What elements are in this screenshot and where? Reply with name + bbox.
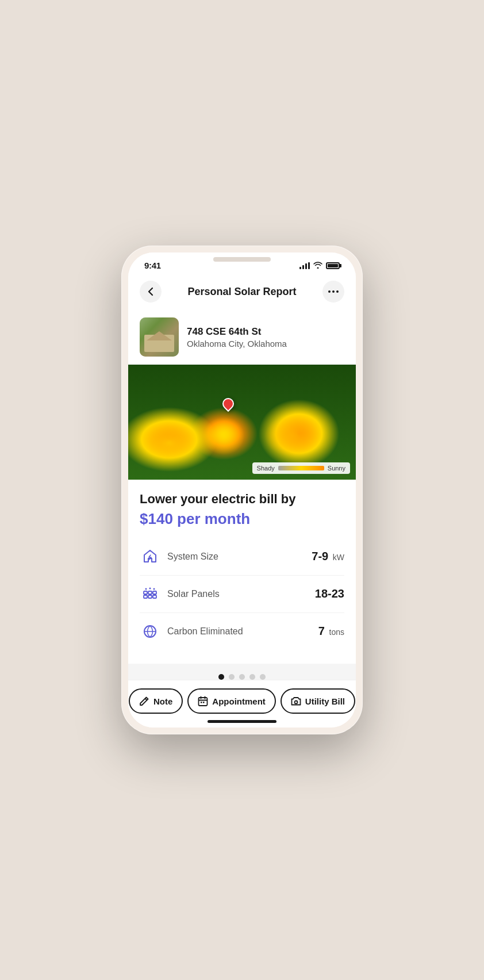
header-nav: Personal Solar Report: [128, 275, 356, 312]
back-button[interactable]: [140, 281, 162, 303]
map-card: Shady Sunny: [128, 365, 356, 480]
more-button[interactable]: [322, 281, 344, 303]
solar-heatmap: Shady Sunny: [128, 365, 356, 480]
dot-2: [229, 674, 235, 680]
map-legend: Shady Sunny: [252, 462, 350, 474]
svg-point-10: [149, 587, 151, 589]
status-time: 9:41: [144, 261, 161, 270]
signal-icon: [299, 262, 310, 269]
svg-rect-8: [153, 595, 156, 598]
address-row: 748 CSE 64th St Oklahoma City, Oklahoma: [128, 312, 356, 365]
stat-left-solar-panels: Solar Panels: [140, 584, 220, 604]
svg-rect-5: [153, 591, 156, 594]
house-thumbnail: [140, 317, 179, 357]
page-dots: [128, 664, 356, 680]
globe-icon: [140, 621, 160, 642]
notch: [213, 257, 271, 262]
appointment-button[interactable]: Appointment: [187, 688, 275, 714]
svg-rect-4: [148, 591, 152, 594]
battery-icon: [326, 262, 340, 269]
svg-point-1: [332, 290, 335, 293]
svg-point-16: [294, 701, 297, 704]
stat-row-carbon: Carbon Eliminated 7 tons: [140, 613, 344, 650]
page-title: Personal Solar Report: [187, 286, 296, 298]
dot-1: [218, 674, 224, 680]
svg-rect-13: [199, 698, 208, 706]
system-size-label: System Size: [167, 552, 218, 562]
legend-shady-label: Shady: [257, 465, 275, 472]
svg-rect-15: [203, 702, 205, 703]
info-card: Lower your electric bill by $140 per mon…: [128, 480, 356, 664]
svg-point-11: [153, 588, 155, 589]
map-pin: [221, 398, 235, 415]
stats-list: System Size 7-9 kW: [140, 538, 344, 650]
utility-bill-button[interactable]: Utility Bill: [281, 688, 355, 714]
svg-point-0: [328, 290, 331, 293]
dot-5: [260, 674, 266, 680]
home-indicator: [208, 720, 276, 723]
phone-shell: 9:41: [121, 246, 363, 734]
solar-panel-icon: [140, 584, 160, 604]
svg-point-9: [145, 588, 147, 589]
calendar-icon: [198, 696, 208, 706]
legend-gradient: [278, 466, 324, 470]
savings-prefix: Lower your electric bill by: [140, 491, 344, 508]
carbon-value: 7 tons: [318, 625, 344, 638]
solar-panels-value: 18-23: [315, 587, 344, 600]
address-text: 748 CSE 64th St Oklahoma City, Oklahoma: [187, 326, 287, 349]
note-button[interactable]: Note: [129, 688, 183, 714]
solar-panels-label: Solar Panels: [167, 589, 220, 599]
system-size-value: 7-9 kW: [312, 550, 344, 563]
pin-head: [220, 396, 236, 412]
address-line1: 748 CSE 64th St: [187, 326, 287, 338]
stat-left-system-size: System Size: [140, 546, 218, 567]
pencil-icon: [139, 696, 149, 706]
camera-icon: [291, 696, 301, 706]
stat-row-solar-panels: Solar Panels 18-23: [140, 576, 344, 613]
svg-point-2: [336, 290, 339, 293]
svg-rect-6: [144, 595, 147, 598]
dot-3: [239, 674, 245, 680]
note-label: Note: [153, 696, 172, 706]
savings-headline: Lower your electric bill by $140 per mon…: [140, 491, 344, 528]
utility-bill-label: Utility Bill: [305, 696, 345, 706]
scroll-content[interactable]: Shady Sunny Lower your electric bill by …: [128, 365, 356, 680]
phone-screen: 9:41: [128, 252, 356, 728]
appointment-label: Appointment: [212, 696, 265, 706]
savings-amount: $140 per month: [140, 510, 344, 528]
stat-left-carbon: Carbon Eliminated: [140, 621, 243, 642]
legend-sunny-label: Sunny: [328, 465, 345, 472]
wifi-icon: [313, 261, 322, 270]
stat-row-system-size: System Size 7-9 kW: [140, 538, 344, 576]
home-bolt-icon: [140, 546, 160, 567]
svg-rect-7: [148, 595, 152, 598]
carbon-label: Carbon Eliminated: [167, 626, 243, 637]
status-bar: 9:41: [128, 252, 356, 275]
status-icons: [299, 261, 340, 270]
dot-4: [249, 674, 255, 680]
address-line2: Oklahoma City, Oklahoma: [187, 339, 287, 349]
svg-rect-3: [144, 591, 147, 594]
svg-rect-14: [201, 702, 202, 703]
